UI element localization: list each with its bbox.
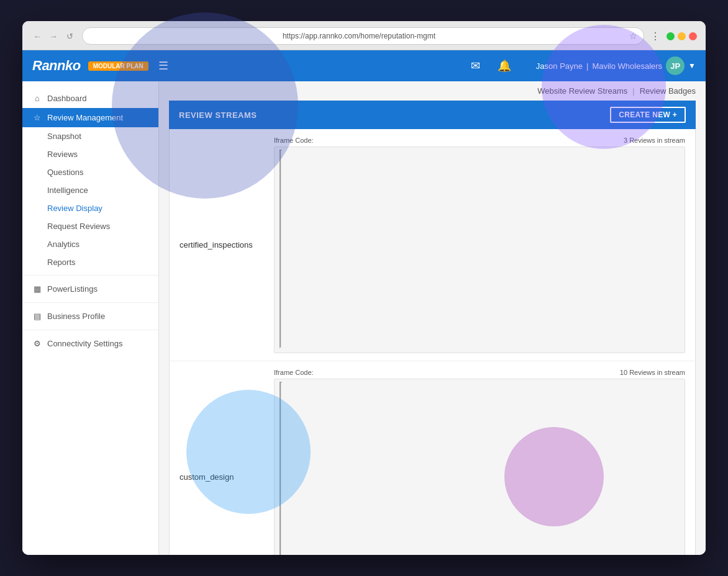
bg-circle-4 [504, 427, 604, 526]
sidebar-item-analytics[interactable]: Analytics [22, 235, 158, 253]
sidebar-item-connectivity[interactable]: ⚙ Connectivity Settings [22, 334, 158, 353]
settings-icon: ⚙ [32, 339, 42, 348]
stream-name: certified_inspections [180, 240, 266, 250]
logo: Rannko [32, 58, 81, 74]
sidebar-label-power-listings: PowerListings [47, 284, 98, 294]
avatar: JP [666, 56, 685, 75]
browser-menu-icon: ⋮ [650, 30, 660, 42]
browser-controls: ← → ↺ [31, 30, 76, 42]
forward-button[interactable]: → [47, 30, 60, 42]
dot-green [667, 32, 675, 40]
dropdown-arrow-icon[interactable]: ▼ [688, 61, 696, 70]
dot-red [689, 32, 697, 40]
dot-yellow [678, 32, 686, 40]
sidebar-divider-2 [22, 302, 158, 303]
sidebar-item-reports[interactable]: Reports [22, 253, 158, 271]
back-button[interactable]: ← [31, 30, 43, 42]
refresh-button[interactable]: ↺ [63, 30, 76, 42]
home-icon: ⌂ [32, 94, 42, 103]
grid-icon: ▦ [32, 284, 42, 294]
iframe-header: Iframe Code: 10 Reviews in stream [274, 369, 685, 376]
bg-circle-2 [542, 25, 666, 149]
building-icon: ▤ [32, 312, 42, 321]
iframe-code-box[interactable]: <span class="preview-link" data-name="pr… [274, 379, 685, 555]
sidebar-item-review-display[interactable]: Review Display [22, 199, 158, 217]
sidebar-item-request-reviews[interactable]: Request Reviews [22, 217, 158, 235]
sidebar-divider-3 [22, 330, 158, 330]
stream-actions: <span class="preview-link" data-name="pr… [280, 150, 282, 348]
sidebar-label-dashboard: Dashboard [47, 94, 87, 103]
sidebar-divider-1 [22, 275, 158, 276]
bg-circle-3 [186, 390, 311, 514]
iframe-code-box[interactable]: <span class="preview-link" data-name="pr… [274, 146, 685, 353]
bell-button[interactable]: 🔔 [493, 56, 516, 75]
sidebar-item-business-profile[interactable]: ▤ Business Profile [22, 307, 158, 326]
mail-button[interactable]: ✉ [466, 56, 485, 75]
sidebar-item-power-listings[interactable]: ▦ PowerListings [22, 279, 158, 299]
star-icon: ☆ [32, 113, 42, 122]
sidebar-label-connectivity: Connectivity Settings [47, 339, 122, 348]
stream-iframe-section: Iframe Code: 3 Reviews in stream <span c… [274, 137, 685, 353]
stream-iframe-section: Iframe Code: 10 Reviews in stream <span … [274, 369, 685, 555]
iframe-label: Iframe Code: [274, 369, 314, 376]
browser-dots [667, 32, 697, 40]
sidebar-item-intelligence[interactable]: Intelligence [22, 181, 158, 199]
sidebar-label-business-profile: Business Profile [47, 312, 105, 321]
bg-circle-1 [112, 12, 298, 199]
reviews-count: 10 Reviews in stream [620, 369, 685, 376]
